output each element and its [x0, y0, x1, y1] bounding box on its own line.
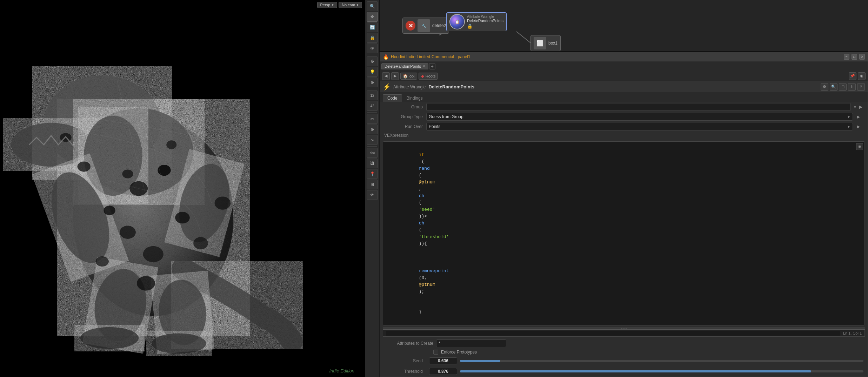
viewport-controls: Persp No cam: [317, 2, 362, 8]
inner-tab-bar: Code Bindings: [380, 93, 868, 102]
tool-grid[interactable]: ⊞: [367, 180, 378, 189]
seed-value[interactable]: 0.636: [429, 357, 457, 364]
run-over-arrow[interactable]: ▶: [853, 124, 863, 129]
obj-label: obj: [409, 74, 415, 78]
node-delete2[interactable]: ✕ 🔧 delete2: [402, 18, 449, 34]
threshold-label: Threshold: [384, 369, 426, 374]
group-param-input[interactable]: [426, 103, 851, 111]
tool-add[interactable]: ⊕: [367, 124, 378, 134]
attrs-create-input[interactable]: [436, 339, 506, 347]
node-box1[interactable]: ⬜ box1: [530, 35, 561, 51]
svg-point-20: [137, 276, 155, 291]
panel-titlebar: 🔥 Houdini Indie Limited-Commercial - pan…: [380, 52, 868, 61]
tool-image[interactable]: 🖼: [367, 159, 378, 168]
svg-point-21: [95, 256, 108, 267]
close-button[interactable]: ✕: [859, 54, 865, 60]
code-line-2: removepoint (0, @ptnum );: [386, 254, 862, 302]
code-resize-handle[interactable]: [383, 328, 865, 330]
vexpression-label: VEXpression: [380, 132, 868, 139]
nav-back-button[interactable]: ◀: [382, 72, 390, 80]
threshold-value[interactable]: 0.876: [429, 368, 457, 375]
run-over-label: Run Over: [384, 124, 426, 129]
camera-perspective-button[interactable]: Persp: [317, 2, 338, 8]
group-pin-icon[interactable]: ▶: [858, 105, 863, 109]
run-over-value: Points: [429, 124, 440, 129]
threshold-slider[interactable]: [460, 370, 863, 372]
home-icon: 🏠: [403, 74, 408, 79]
group-type-value: Guess from Group: [429, 114, 463, 119]
svg-point-17: [166, 140, 176, 149]
code-editor-actions: ⊞: [856, 143, 863, 150]
vexpression-editor[interactable]: if ( rand ( @ptnum , ch ( 'seed' ))> ch …: [383, 141, 865, 325]
nav-roots-button[interactable]: ◆ Roots: [419, 73, 438, 80]
group-type-dropdown[interactable]: Guess from Group ▼: [426, 113, 853, 121]
tool-pin[interactable]: 📍: [367, 169, 378, 179]
group-dropdown-arrow[interactable]: ▼: [852, 105, 858, 109]
enforce-prototypes-checkbox[interactable]: [433, 350, 438, 355]
resize-dot-1: [621, 328, 622, 329]
tab-bar: DeleteRandomPoints ✕ +: [380, 61, 868, 71]
tab-label: DeleteRandomPoints: [385, 64, 421, 68]
code-line-3: }: [386, 302, 862, 323]
3d-viewport[interactable]: [0, 0, 365, 377]
minimize-button[interactable]: −: [844, 54, 849, 60]
svg-point-16: [104, 206, 115, 215]
svg-point-18: [77, 162, 90, 172]
svg-point-14: [175, 212, 190, 223]
group-type-arrow[interactable]: ▶: [853, 114, 863, 119]
tool-rotate[interactable]: 🔄: [367, 22, 378, 32]
tab-bindings[interactable]: Bindings: [402, 94, 427, 102]
node-attribwrangle[interactable]: 📋 Attribute Wrangle DeleteRandomPoints 🔒: [446, 12, 507, 31]
tool-transform[interactable]: ✥: [367, 12, 378, 22]
nav-pin-button[interactable]: 📌: [849, 72, 856, 80]
panel-title: 🔥 Houdini Indie Limited-Commercial - pan…: [383, 54, 470, 60]
camera-selector-button[interactable]: No cam: [339, 2, 362, 8]
viewport-3d-area: Persp No cam Indie Edition: [0, 0, 365, 377]
group-param-label: Group: [384, 105, 426, 109]
node-info-button[interactable]: ℹ: [848, 83, 856, 91]
nav-forward-button[interactable]: ▶: [391, 72, 399, 80]
lock-icon: 🔒: [467, 23, 473, 29]
tab-code[interactable]: Code: [383, 94, 402, 102]
indie-watermark: Indie Edition: [329, 368, 354, 373]
group-type-dropdown-arrow: ▼: [847, 115, 850, 119]
code-expand-button[interactable]: ⊞: [856, 143, 863, 150]
seed-label: Seed: [384, 358, 426, 363]
tool-number-42[interactable]: 42: [367, 101, 378, 111]
tool-eye2[interactable]: 👁: [367, 190, 378, 200]
tool-select[interactable]: 🔍: [367, 1, 378, 11]
node-search-button[interactable]: 🔍: [830, 83, 837, 91]
tool-view[interactable]: 👁: [367, 43, 378, 53]
tab-add-button[interactable]: +: [429, 63, 435, 69]
forward-arrow-icon: ▶: [394, 74, 396, 78]
node-help-button[interactable]: ?: [857, 83, 865, 91]
nav-extra-button[interactable]: ◉: [858, 72, 866, 80]
node-type-label: Attribute Wrangle: [393, 85, 426, 89]
tool-curve[interactable]: ∿: [367, 135, 378, 145]
roots-label: Roots: [426, 74, 436, 78]
tool-cut[interactable]: ✂: [367, 114, 378, 124]
run-over-dropdown[interactable]: Points ▼: [426, 123, 853, 130]
seed-slider[interactable]: [460, 360, 863, 362]
node-toggle-button[interactable]: ⊡: [839, 83, 847, 91]
tool-light[interactable]: 💡: [367, 67, 378, 77]
tool-settings[interactable]: ⚙: [367, 56, 378, 66]
nav-obj-button[interactable]: 🏠 obj: [400, 73, 417, 80]
navigation-bar: ◀ ▶ 🏠 obj ◆ Roots 📌 ◉: [380, 71, 868, 81]
threshold-slider-fill: [460, 370, 811, 372]
tool-text[interactable]: abc: [367, 148, 378, 158]
panel-content-scroll[interactable]: Group ▼ ▶ Group Type Guess from Group ▼ …: [380, 102, 868, 377]
node-gear-button[interactable]: ⚙: [821, 83, 828, 91]
node-graph-area[interactable]: ✕ 🔧 delete2 📋: [380, 0, 868, 52]
param-row-run-over: Run Over Points ▼ ▶: [380, 122, 868, 132]
tab-delete-random-points[interactable]: DeleteRandomPoints ✕: [381, 63, 428, 69]
tool-number-12[interactable]: 12: [367, 90, 378, 100]
tool-lock[interactable]: 🔒: [367, 33, 378, 43]
right-panel: ✕ 🔧 delete2 📋: [380, 0, 868, 377]
tab-close-icon[interactable]: ✕: [422, 64, 425, 68]
tool-snap[interactable]: ⊕: [367, 78, 378, 87]
param-row-group: Group ▼ ▶: [380, 102, 868, 112]
roots-icon: ◆: [421, 74, 424, 79]
code-status-bar: Ln 1, Col 1: [383, 330, 865, 337]
maximize-button[interactable]: □: [852, 54, 857, 60]
